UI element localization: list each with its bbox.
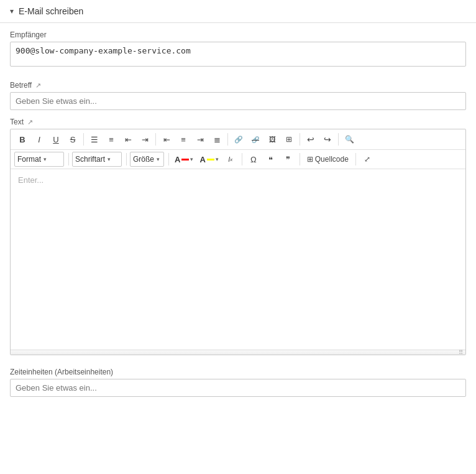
separator11 (355, 153, 356, 165)
undo-button[interactable]: ↩ (303, 132, 319, 147)
italic-button[interactable]: I (31, 132, 47, 147)
unordered-list-button[interactable]: ≡ (103, 132, 119, 147)
align-center-button[interactable]: ≡ (175, 132, 191, 147)
text-label: Text ↗ (10, 118, 466, 126)
separator9 (242, 153, 242, 165)
editor-resize-handle[interactable]: ⠿ (11, 350, 465, 355)
time-input[interactable] (10, 379, 466, 397)
editor-placeholder: Enter... (18, 175, 43, 185)
ordered-list-button[interactable]: ☰ (86, 132, 103, 147)
resize-icon: ⠿ (459, 349, 463, 356)
format-dropdown[interactable]: Format ▾ (14, 152, 64, 167)
subject-section: Betreff ↗ (0, 73, 476, 115)
highlight-color-bar (207, 159, 214, 160)
separator10 (300, 153, 300, 165)
editor-body[interactable]: Enter... (11, 169, 465, 350)
table-button[interactable]: ⊞ (281, 132, 297, 147)
separator7 (126, 153, 127, 165)
toolbar-row2: Format ▾ Schriftart ▾ Größe ▾ A ▾ (11, 150, 465, 169)
format-label: Format (17, 155, 41, 164)
source-code-button[interactable]: ⊞ Quellcode (303, 152, 352, 167)
redo-button[interactable]: ↪ (319, 132, 336, 147)
special-char-button[interactable]: Ω (245, 152, 262, 167)
subject-input[interactable] (10, 92, 466, 110)
collapse-icon[interactable]: ▾ (10, 7, 14, 16)
toolbar-row1: B I U S ☰ ≡ ⇤ ⇥ ⇤ ≡ ⇥ ≣ 🔗 🔗 🖼 ⊞ ↩ (11, 129, 465, 150)
font-arrow: ▾ (108, 156, 111, 162)
separator6 (68, 153, 69, 165)
separator5 (338, 133, 339, 146)
separator3 (227, 133, 228, 146)
unlink-button[interactable]: 🔗 (247, 132, 263, 147)
citation-button[interactable]: ❞ (280, 152, 296, 167)
indent-decrease-button[interactable]: ⇤ (120, 132, 136, 147)
font-label: Schriftart (75, 155, 105, 164)
clear-format-button[interactable]: Ix (222, 152, 239, 167)
fullscreen-button[interactable]: ⤢ (359, 152, 375, 167)
align-right-button[interactable]: ⇥ (192, 132, 208, 147)
editor-container: B I U S ☰ ≡ ⇤ ⇥ ⇤ ≡ ⇥ ≣ 🔗 🔗 🖼 ⊞ ↩ (10, 129, 466, 355)
recipient-label: Empfänger (10, 30, 466, 39)
blockquote-button[interactable]: ❝ (263, 152, 279, 167)
text-color-arrow: ▾ (190, 156, 193, 162)
text-color-bar (181, 159, 189, 160)
format-arrow: ▾ (43, 156, 47, 162)
highlight-color-letter: A (199, 155, 205, 164)
align-left-button[interactable]: ⇤ (158, 132, 175, 147)
separator8 (168, 153, 169, 165)
page-title: E-Mail schreiben (19, 6, 83, 16)
separator1 (83, 133, 84, 146)
text-color-button[interactable]: A ▾ (172, 152, 196, 167)
recipient-section: Empfänger 900@slow-company-example-servi… (0, 23, 476, 73)
underline-button[interactable]: U (48, 132, 64, 147)
link-button[interactable]: 🔗 (231, 132, 247, 147)
text-label-icon: ↗ (27, 118, 33, 126)
text-color-letter: A (175, 155, 180, 164)
page-container: ▾ E-Mail schreiben Empfänger 900@slow-co… (0, 0, 476, 474)
bold-button[interactable]: B (14, 132, 30, 147)
font-dropdown[interactable]: Schriftart ▾ (72, 152, 122, 167)
highlight-color-arrow: ▾ (216, 156, 219, 162)
indent-increase-button[interactable]: ⇥ (137, 132, 153, 147)
align-justify-button[interactable]: ≣ (209, 132, 225, 147)
separator4 (300, 133, 300, 146)
size-label: Größe (133, 155, 154, 164)
recipient-input[interactable]: 900@slow-company-example-service.com (10, 42, 466, 67)
strikethrough-button[interactable]: S (65, 132, 81, 147)
subject-label: Betreff ↗ (10, 81, 466, 90)
text-section: Text ↗ B I U S ☰ ≡ ⇤ ⇥ ⇤ ≡ ⇥ ≣ 🔗 (0, 115, 476, 360)
source-code-label: Quellcode (315, 155, 349, 164)
time-label: Zeiteinheiten (Arbeitseinheiten) (10, 368, 466, 376)
time-section: Zeiteinheiten (Arbeitseinheiten) (0, 360, 476, 402)
search-button[interactable]: 🔍 (341, 132, 357, 147)
highlight-color-button[interactable]: A ▾ (197, 152, 221, 167)
image-button[interactable]: 🖼 (264, 132, 280, 147)
size-arrow: ▾ (157, 156, 160, 162)
size-dropdown[interactable]: Größe ▾ (130, 152, 164, 167)
separator2 (155, 133, 156, 146)
subject-icon: ↗ (35, 81, 41, 90)
header: ▾ E-Mail schreiben (0, 0, 476, 23)
source-code-icon: ⊞ (307, 155, 313, 164)
